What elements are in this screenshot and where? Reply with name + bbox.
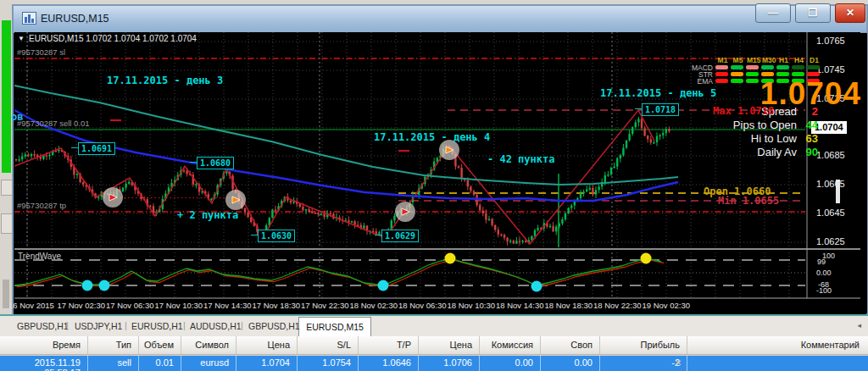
order-cell: sell xyxy=(87,357,131,368)
tab-gbpusd-h1[interactable]: GBPUSD,H1 xyxy=(17,321,69,331)
column-header[interactable]: Цена xyxy=(236,340,290,350)
order-cell: 0.00 xyxy=(540,357,593,368)
tab-separator: | xyxy=(183,320,186,330)
tab-gbpusd-h1[interactable]: GBPUSD,H1 xyxy=(248,321,300,331)
column-header[interactable]: Символ xyxy=(181,340,229,350)
order-cell: 1.0704 xyxy=(236,357,290,368)
column-header[interactable]: Объем xyxy=(138,340,174,350)
order-cell: 2015.11.19 05:58:17 xyxy=(0,357,81,371)
column-header[interactable]: T/P xyxy=(358,340,411,350)
column-header[interactable]: Время xyxy=(0,340,81,350)
tab-separator: | xyxy=(241,320,243,330)
mt4-terminal: EURUSD,M15 — ❐ ✕ ▼ EURUSD,M15 1.0702 1.0… xyxy=(0,0,868,371)
order-cell: 1.0646 xyxy=(358,357,411,368)
tab-eurusd-m15-active[interactable]: EURUSD,M15 xyxy=(298,317,371,338)
tab-eurusd-h1[interactable]: EURUSD,H1 xyxy=(131,321,183,331)
order-cell: 0.00 xyxy=(479,357,533,368)
tab-separator: | xyxy=(125,320,127,330)
big-price-readout: 1.0704 xyxy=(760,80,861,108)
chart-ohlc-header: EURUSD,M15 1.0702 1.0704 1.0702 1.0704 xyxy=(29,34,197,43)
tab-audusd-h1[interactable]: AUDUSD,H1 xyxy=(190,321,242,331)
orders-table-header: ВремяТипОбъемСимволЦенаS/LT/PЦенаКомисси… xyxy=(0,336,868,355)
column-header[interactable]: Комментарий xyxy=(687,340,860,350)
order-cell: 0.01 xyxy=(138,357,174,368)
column-header[interactable]: S/L xyxy=(297,340,351,350)
indicator-name-label: TrendWave xyxy=(18,252,61,261)
close-position-icon[interactable]: ✕ xyxy=(675,358,682,368)
day-max-label: Max 1.0718 xyxy=(713,105,774,117)
order-cell: 1.0706 xyxy=(418,357,472,368)
column-header[interactable]: Цена xyxy=(418,340,472,350)
tab-usdjpy-h1[interactable]: USDJPY,H1 xyxy=(75,321,122,331)
column-header[interactable]: Комиссия xyxy=(479,340,533,350)
tab-scroll-left-icon[interactable]: ◂ xyxy=(857,321,861,329)
column-header[interactable]: Своп xyxy=(540,340,593,350)
tab-separator: | xyxy=(66,320,69,330)
chart-dropdown-icon[interactable]: ▼ xyxy=(18,35,25,42)
column-header[interactable]: Тип xyxy=(87,340,131,350)
column-header[interactable]: Прибыль xyxy=(599,340,680,350)
order-cell: -2 xyxy=(599,357,680,368)
order-cell: 1.0754 xyxy=(297,357,351,368)
order-cell: eurusd xyxy=(181,357,229,368)
chart-tabs-bar: EURUSD,M15 ◂ GBPUSD,H1USDJPY,H1EURUSD,H1… xyxy=(0,314,868,336)
order-row[interactable]: 2015.11.19 05:58:17sell0.01eurusd1.07041… xyxy=(0,356,868,371)
